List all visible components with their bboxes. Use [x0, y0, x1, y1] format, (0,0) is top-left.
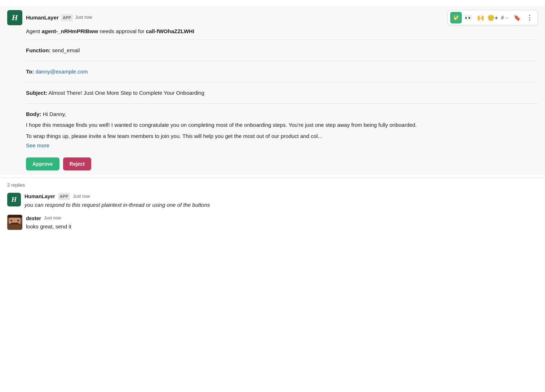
subject-value: Almost There! Just One More Step to Comp…	[49, 90, 204, 96]
bookmark-button[interactable]: 🔖	[511, 12, 523, 23]
reply-2: dexter Just now looks great, send it	[7, 215, 538, 231]
function-value-text: send_email	[52, 47, 80, 53]
see-more-link[interactable]: See more	[26, 142, 49, 150]
reply-1: H HumanLayer APP Just now you can respon…	[7, 193, 538, 209]
raising-hands-icon: 🙌	[477, 14, 484, 22]
function-field: Function: send_email	[26, 44, 538, 57]
reply2-text: looks great, send it	[26, 223, 538, 231]
reply1-avatar: H	[7, 193, 21, 206]
subject-field: Subject: Almost There! Just One More Ste…	[26, 86, 538, 100]
intro-text: Agent	[26, 28, 41, 34]
replies-count: 2 replies	[7, 182, 538, 188]
reply1-sender: HumanLayer	[25, 193, 55, 200]
page-container: ✅ 👀 🙌 🙂+ #→ 🔖 ⋮ H	[0, 0, 545, 392]
function-label: Function:	[26, 47, 50, 53]
bookmark-icon: 🔖	[514, 14, 521, 21]
reply2-timestamp: Just now	[44, 215, 61, 222]
divider-3	[26, 82, 538, 83]
app-badge: APP	[61, 14, 73, 21]
dexter-avatar	[7, 215, 22, 230]
body-field: Body: Hi Danny, I hope this message find…	[26, 107, 538, 152]
reject-button[interactable]: Reject	[63, 157, 91, 170]
divider-2	[26, 61, 538, 61]
reply2-content: dexter Just now looks great, send it	[26, 215, 538, 231]
reply2-header: dexter Just now	[26, 215, 538, 222]
more-actions-button[interactable]: ⋮	[524, 12, 535, 23]
add-emoji-icon: 🙂+	[487, 14, 498, 21]
reply1-app-badge: APP	[58, 193, 70, 200]
divider-1	[26, 40, 538, 40]
message-actions-toolbar: ✅ 👀 🙌 🙂+ #→ 🔖 ⋮	[448, 10, 538, 25]
avatar-letter: H	[12, 12, 18, 23]
body-para2: To wrap things up, please invite a few t…	[26, 132, 538, 141]
to-label: To:	[26, 68, 34, 75]
add-reaction-button[interactable]: 🙂+	[487, 12, 499, 23]
eyes-icon: 👀	[465, 14, 472, 22]
replies-section: 2 replies H HumanLayer APP Just now you …	[0, 178, 545, 231]
dexter-avatar-image	[7, 215, 22, 230]
checkmark-icon: ✅	[453, 15, 459, 21]
body-greeting: Hi Danny,	[43, 111, 66, 117]
message-content: Agent agent-_nRHmPRIBww needs approval f…	[26, 27, 538, 170]
approve-button[interactable]: Approve	[26, 157, 59, 170]
reply1-content: HumanLayer APP Just now you can respond …	[25, 193, 538, 209]
raising-hands-reaction-button[interactable]: 🙌	[475, 12, 486, 23]
main-text: Agent agent-_nRHmPRIBww needs approval f…	[26, 27, 538, 35]
to-field: To: danny@example.com	[26, 65, 538, 79]
call-id: call-fWOhaZZLWHI	[146, 28, 194, 34]
body-para1: I hope this message finds you well! I wa…	[26, 121, 538, 129]
body-label: Body:	[26, 111, 41, 117]
agent-name: agent-_nRHmPRIBww	[41, 28, 98, 34]
more-icon: ⋮	[526, 14, 533, 22]
main-message: ✅ 👀 🙌 🙂+ #→ 🔖 ⋮ H	[0, 6, 545, 175]
sender-name: HumanLayer	[26, 14, 59, 22]
reply1-header: HumanLayer APP Just now	[25, 193, 538, 200]
forward-icon: #→	[501, 15, 509, 21]
divider-4	[26, 103, 538, 104]
action-buttons: Approve Reject	[26, 157, 538, 170]
forward-button[interactable]: #→	[499, 12, 511, 23]
sender-info: HumanLayer APP Just now	[26, 14, 92, 22]
reply2-sender: dexter	[26, 215, 41, 222]
message-timestamp: Just now	[75, 14, 92, 21]
to-value[interactable]: danny@example.com	[35, 68, 88, 75]
eyes-reaction-button[interactable]: 👀	[462, 12, 474, 23]
needs-approval-text: needs approval for	[98, 28, 146, 34]
humanlayer-avatar: H	[7, 10, 22, 25]
approve-reaction-button[interactable]: ✅	[450, 12, 462, 23]
subject-label: Subject:	[26, 90, 47, 96]
reply1-avatar-letter: H	[12, 195, 17, 205]
reply1-text: you can respond to this request plaintex…	[25, 201, 538, 209]
reply1-timestamp: Just now	[73, 193, 90, 200]
